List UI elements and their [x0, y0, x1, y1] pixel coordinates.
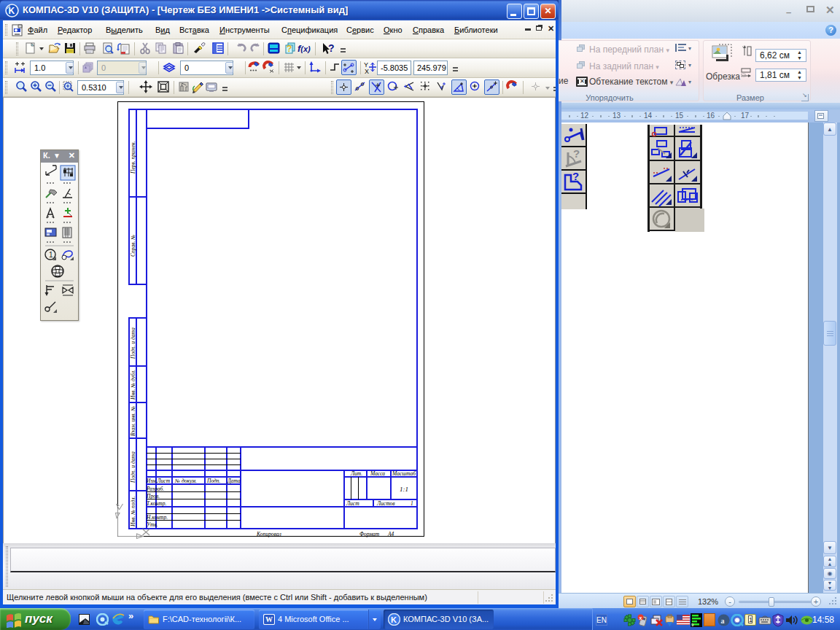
svg-text:Копировал: Копировал: [256, 531, 281, 537]
svg-text:Масса: Масса: [370, 470, 385, 477]
svg-text:Н.контр.: Н.контр.: [146, 514, 168, 521]
svg-text:Масштаб: Масштаб: [392, 470, 416, 477]
svg-text:Инв. № дубл.: Инв. № дубл.: [130, 370, 136, 400]
svg-text:Дата: Дата: [227, 478, 241, 484]
svg-text:Разраб.: Разраб.: [146, 486, 164, 492]
svg-text:Подп. и дата: Подп. и дата: [130, 451, 136, 483]
svg-text:x: x: [639, 615, 642, 621]
svg-text:Справ. №: Справ. №: [130, 235, 136, 257]
svg-text:Т.контр.: Т.контр.: [147, 500, 166, 507]
svg-text:a: a: [721, 617, 725, 625]
svg-text:W: W: [265, 615, 273, 623]
svg-text:Листов: Листов: [376, 500, 395, 507]
svg-text:Лист: Лист: [157, 478, 171, 484]
svg-text:1:1: 1:1: [400, 486, 408, 493]
svg-text:K: K: [391, 615, 397, 624]
svg-text:Подп. и дата: Подп. и дата: [130, 327, 136, 359]
svg-text:Пров.: Пров.: [146, 493, 160, 499]
svg-text:1: 1: [49, 251, 53, 259]
svg-text:Подп.: Подп.: [206, 478, 221, 484]
svg-text:Перв. примен.: Перв. примен.: [130, 141, 136, 174]
svg-text:Утв.: Утв.: [147, 521, 158, 528]
svg-text:Лист: Лист: [346, 500, 359, 507]
svg-text:Взам. инв. №: Взам. инв. №: [130, 406, 136, 436]
svg-text:№ докум.: № докум.: [174, 478, 197, 484]
svg-text:А4: А4: [387, 531, 394, 537]
svg-text:Формат: Формат: [359, 531, 380, 537]
svg-text:?: ?: [572, 171, 579, 182]
svg-text:?: ?: [573, 147, 580, 160]
svg-text:Изм.: Изм.: [146, 478, 158, 484]
svg-text:Инв. № подл.: Инв. № подл.: [130, 496, 136, 527]
svg-text:Лит.: Лит.: [350, 470, 362, 477]
svg-text:1: 1: [411, 500, 413, 507]
